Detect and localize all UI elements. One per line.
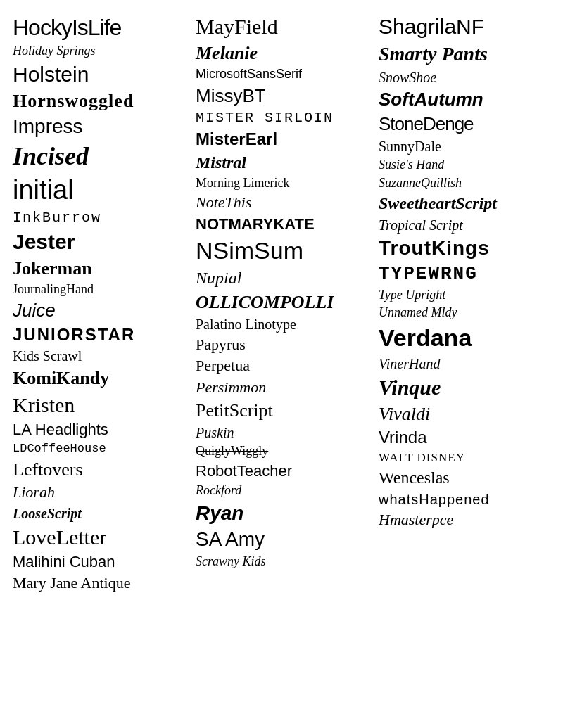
font-item-smarty-pants: Smarty Pants bbox=[379, 42, 550, 66]
column-1: HockyIsLifeHoliday SpringsHolsteinHornsw… bbox=[7, 14, 190, 596]
font-item-vinque: Vinque bbox=[379, 375, 550, 400]
font-item-juice: Juice bbox=[13, 300, 184, 321]
font-item-whatshappened: whatsHappened bbox=[379, 491, 550, 508]
font-item-shagrilanf: ShagrilaNF bbox=[379, 14, 550, 39]
font-item-sunnydale: SunnyDale bbox=[379, 138, 550, 155]
font-item-perpetua: Perpetua bbox=[196, 357, 367, 375]
font-item-wenceslas: Wenceslas bbox=[379, 468, 550, 488]
font-item-holstein: Holstein bbox=[13, 62, 184, 87]
font-item-incised: Incised bbox=[13, 141, 184, 172]
font-item-rockford: Rockford bbox=[196, 483, 367, 499]
font-item-melanie: Melanie bbox=[196, 42, 367, 64]
column-3: ShagrilaNFSmarty PantsSnowShoeSoftAutumn… bbox=[373, 14, 556, 596]
font-item-unnamed-mldy: Unnamed Mldy bbox=[379, 305, 550, 321]
font-item-sa-amy: SA Amy bbox=[196, 528, 367, 551]
font-item-verdana: Verdana bbox=[379, 324, 550, 352]
font-item-malihini: Malihini Cuban bbox=[13, 553, 184, 571]
font-item-puskin: Puskin bbox=[196, 424, 367, 441]
font-item-loosescript: LooseScript bbox=[13, 505, 184, 522]
font-item-morning-limerick: Morning Limerick bbox=[196, 176, 367, 191]
font-item-hockyislife: HockyIsLife bbox=[13, 14, 184, 41]
font-item-quiglywiggly: QuiglyWiggly bbox=[196, 444, 367, 459]
font-item-walt-disney: Walt Disney bbox=[379, 451, 550, 465]
font-item-hornswoggled: Hornswoggled bbox=[13, 90, 184, 112]
font-list-container: HockyIsLifeHoliday SpringsHolsteinHornsw… bbox=[0, 0, 563, 610]
font-item-sweetheart: SweetheartScript bbox=[379, 193, 550, 214]
font-item-persimmon: Persimmon bbox=[196, 378, 367, 397]
font-item-stonehenge: StoneDenge bbox=[379, 113, 550, 135]
font-item-jokerman: Jokerman bbox=[13, 257, 184, 279]
font-item-hmasterpce: Hmasterpce bbox=[379, 511, 550, 529]
font-item-mary-jane: Mary Jane Antique bbox=[13, 574, 184, 592]
font-item-initial: initial bbox=[13, 174, 184, 207]
font-item-ldcoffeehouse: LDCoffeeHouse bbox=[13, 442, 184, 456]
font-item-jester: Jester bbox=[13, 229, 184, 255]
font-item-komikandy: KomiKandy bbox=[13, 367, 184, 389]
font-item-softautumn: SoftAutumn bbox=[379, 89, 550, 110]
font-item-suzannequillish: SuzanneQuillish bbox=[379, 176, 550, 191]
font-item-typeupright: Type Upright bbox=[379, 288, 550, 303]
font-item-liorah: Liorah bbox=[13, 483, 184, 502]
font-item-impress: Impress bbox=[13, 115, 184, 139]
font-item-inkburrow: InkBurrow bbox=[13, 210, 184, 226]
font-item-typewrng: TYPEWRNG bbox=[379, 263, 550, 285]
font-item-leftovers: Leftovers bbox=[13, 459, 184, 480]
column-2: MayFieldMelanieMicrosoftSansSerifMissyBT… bbox=[190, 14, 373, 596]
font-item-loveletter: LoveLetter bbox=[13, 525, 184, 550]
font-item-tropical: Tropical Script bbox=[379, 217, 550, 234]
font-item-misterearl: MisterEarl bbox=[196, 129, 367, 150]
font-item-juniorstar: JUNiORSTAR bbox=[13, 325, 184, 345]
font-item-nsimsum: NSimSum bbox=[196, 236, 367, 265]
font-item-snowshoe: SnowShoe bbox=[379, 69, 550, 86]
font-item-troutkings: TroutKings bbox=[379, 236, 550, 260]
font-item-missybt: MissyBT bbox=[196, 85, 367, 107]
font-item-nupial: Nupial bbox=[196, 268, 367, 288]
font-item-mayfield: MayField bbox=[196, 14, 367, 39]
font-item-petitscript: PetitScript bbox=[196, 400, 367, 421]
font-item-microsoftsansserif: MicrosoftSansSerif bbox=[196, 67, 367, 82]
font-item-vinerhand: VinerHand bbox=[379, 355, 550, 372]
font-item-notethis: NoteThis bbox=[196, 193, 367, 212]
font-item-kristen: Kristen bbox=[13, 392, 184, 418]
font-item-palatino: Palatino Linotype bbox=[196, 316, 367, 333]
font-item-kids-scrawl: Kids Scrawl bbox=[13, 347, 184, 364]
font-item-journalinghand: JournalingHand bbox=[13, 282, 184, 298]
font-item-mistral: Mistral bbox=[196, 153, 367, 173]
font-item-notmarykate: NOTMARYKATE bbox=[196, 215, 367, 234]
font-item-papyrus: Papyrus bbox=[196, 336, 367, 354]
font-item-vrinda: Vrinda bbox=[379, 428, 550, 448]
font-item-vivaldi: Vivaldi bbox=[379, 403, 550, 425]
font-item-holiday-springs: Holiday Springs bbox=[13, 44, 184, 59]
font-item-ollicompolli: OLLiCOMPOLLi bbox=[196, 291, 367, 313]
font-item-susies-hand: Susie's Hand bbox=[379, 158, 550, 173]
font-item-la-headlights: LA Headlights bbox=[13, 421, 184, 439]
font-item-ryan: Ryan bbox=[196, 502, 367, 525]
font-item-scrawny-kids: Scrawny Kids bbox=[196, 554, 367, 570]
font-item-mister-sirloin: MiSTER SiRLOiN bbox=[196, 110, 367, 127]
font-item-robotteacher: RobotTeacher bbox=[196, 462, 367, 480]
